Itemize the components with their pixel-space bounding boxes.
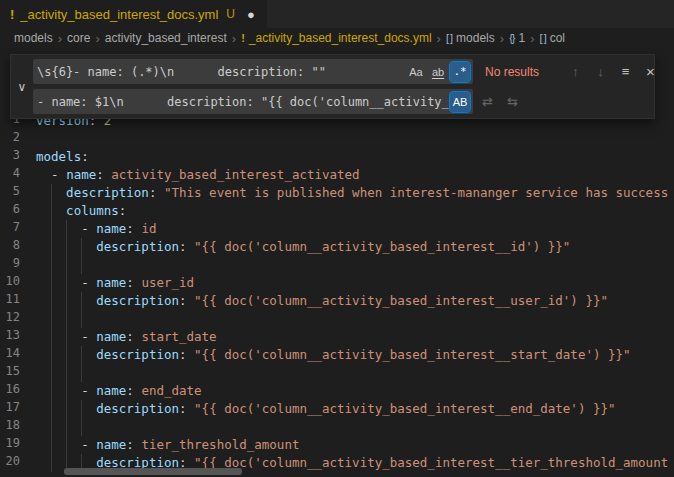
line-number[interactable]: 6	[0, 202, 20, 220]
line-number[interactable]: 17	[0, 400, 20, 418]
horizontal-scrollbar-thumb[interactable]	[64, 468, 242, 475]
indent-guide	[81, 364, 82, 382]
toggle-replace-button[interactable]: ∨	[11, 59, 33, 114]
line-number[interactable]: 16	[0, 382, 20, 400]
breadcrumb-item[interactable]: core	[67, 31, 90, 45]
line-number[interactable]: 7	[0, 220, 20, 238]
replace-icon: ⇄	[482, 94, 493, 109]
code-line[interactable]: description: "This event is published wh…	[36, 184, 674, 202]
indent-guide	[66, 328, 67, 346]
tab-filename: _activity_based_interest_docs.yml	[20, 7, 218, 22]
breadcrumb-separator-icon: ›	[58, 31, 62, 46]
indent-guide	[66, 364, 67, 382]
breadcrumb-item[interactable]: activity_based_interest	[105, 31, 227, 45]
line-number[interactable]: 10	[0, 274, 20, 292]
indent-guide	[81, 256, 82, 274]
code-line[interactable]	[36, 130, 674, 148]
indent-guide	[66, 346, 67, 364]
find-row: Aa ab .* No results ↑ ↓ ≡ ×	[33, 59, 650, 84]
indent-guide	[51, 346, 52, 364]
code-line[interactable]: description: "{{ doc('column__activity_b…	[36, 400, 674, 418]
find-input[interactable]	[37, 59, 406, 84]
indent-guide	[51, 220, 52, 238]
breadcrumb-item[interactable]: [ ]col	[540, 31, 566, 45]
indent-guide	[51, 328, 52, 346]
regex-button[interactable]: .*	[450, 62, 470, 82]
line-number[interactable]: 8	[0, 238, 20, 256]
close-button[interactable]: ×	[640, 61, 661, 82]
code-line[interactable]: description: "{{ doc('column__activity_b…	[36, 292, 674, 310]
indent-guide	[51, 238, 52, 256]
indent-guide	[81, 238, 82, 256]
breadcrumb-separator-icon: ›	[500, 31, 504, 46]
code-line[interactable]	[36, 310, 674, 328]
code-line[interactable]: description: "{{ doc('column__activity_b…	[36, 346, 674, 364]
breadcrumb-item[interactable]: [ ]models	[446, 31, 495, 45]
indent-guide	[51, 382, 52, 400]
line-number[interactable]: 14	[0, 346, 20, 364]
code-line[interactable]: models:	[36, 148, 674, 166]
previous-match-button[interactable]: ↑	[565, 61, 586, 82]
line-number[interactable]: 9	[0, 256, 20, 274]
line-number[interactable]: 11	[0, 292, 20, 310]
whole-word-button[interactable]: ab	[428, 62, 448, 82]
replace-button[interactable]: ⇄	[477, 91, 498, 112]
arrow-up-icon: ↑	[572, 64, 579, 79]
breadcrumb-label: core	[67, 31, 90, 45]
line-number[interactable]: 18	[0, 418, 20, 436]
code-line[interactable]: - name: start_date	[36, 328, 674, 346]
editor[interactable]: ∨ Aa ab .* No results ↑ ↓ ≡ ×	[0, 48, 674, 477]
indent-guide	[51, 202, 52, 220]
code-line[interactable]	[36, 418, 674, 436]
line-number[interactable]: 19	[0, 436, 20, 454]
gutter: 1234567891011121314151617181920	[0, 112, 36, 472]
indent-guide	[51, 364, 52, 382]
breadcrumb-label: models	[14, 31, 53, 45]
line-number[interactable]: 20	[0, 454, 20, 472]
indent-guide	[51, 274, 52, 292]
find-input-box: Aa ab .*	[33, 59, 473, 84]
indent-guide	[51, 400, 52, 418]
modified-indicator-icon[interactable]: ●	[247, 8, 255, 21]
indent-guide	[66, 382, 67, 400]
tab-bar: ! _activity_based_interest_docs.yml U ●	[0, 0, 674, 28]
breadcrumb-separator-icon: ›	[437, 31, 441, 46]
indent-guide	[66, 400, 67, 418]
warning-icon: !	[10, 7, 14, 22]
match-case-button[interactable]: Aa	[406, 62, 426, 82]
next-match-button[interactable]: ↓	[590, 61, 611, 82]
line-number[interactable]: 13	[0, 328, 20, 346]
indent-guide	[66, 418, 67, 436]
find-results-count: No results	[485, 65, 555, 79]
find-in-selection-button[interactable]: ≡	[615, 61, 636, 82]
code-line[interactable]: - name: end_date	[36, 382, 674, 400]
code-line[interactable]: description: "{{ doc('column__activity_b…	[36, 238, 674, 256]
breadcrumb-item[interactable]: !_activity_based_interest_docs.yml	[241, 31, 431, 45]
code-line[interactable]: - name: tier_threshold_amount	[36, 436, 674, 454]
breadcrumb-label: 1	[518, 31, 525, 45]
line-number[interactable]: 5	[0, 184, 20, 202]
editor-tab[interactable]: ! _activity_based_interest_docs.yml U ●	[0, 0, 268, 28]
breadcrumb-item[interactable]: models	[14, 31, 53, 45]
line-number[interactable]: 15	[0, 364, 20, 382]
line-number[interactable]: 3	[0, 148, 20, 166]
code-line[interactable]: columns:	[36, 202, 674, 220]
line-number[interactable]: 12	[0, 310, 20, 328]
code-line[interactable]: - name: user_id	[36, 274, 674, 292]
warning-icon: !	[241, 32, 245, 44]
code-line[interactable]	[36, 364, 674, 382]
object-icon: {}	[509, 32, 514, 44]
code-area: version: 2models: - name: activity_based…	[36, 112, 674, 472]
line-number[interactable]: 4	[0, 166, 20, 184]
code-line[interactable]	[36, 256, 674, 274]
replace-all-button[interactable]: ⇆	[502, 91, 523, 112]
replace-all-icon: ⇆	[507, 94, 518, 109]
code-line[interactable]: - name: activity_based_interest_activate…	[36, 166, 674, 184]
indent-guide	[66, 274, 67, 292]
line-number[interactable]: 2	[0, 130, 20, 148]
preserve-case-button[interactable]: AB	[450, 92, 470, 112]
code-line[interactable]: - name: id	[36, 220, 674, 238]
replace-input[interactable]	[37, 89, 450, 114]
indent-guide	[81, 418, 82, 436]
breadcrumb-item[interactable]: {}1	[509, 31, 525, 45]
